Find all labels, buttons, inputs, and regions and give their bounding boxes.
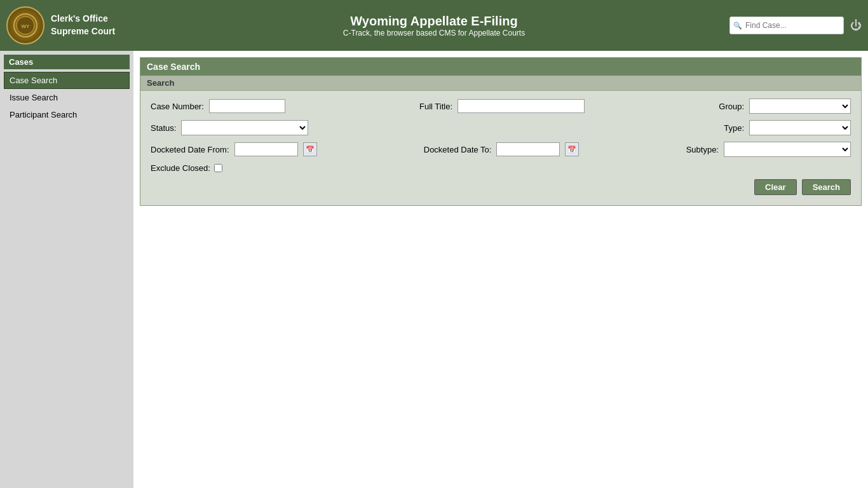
full-title-label: Full Title: [419, 102, 452, 111]
docketed-date-from-input[interactable] [234, 142, 298, 156]
docketed-date-from-calendar[interactable]: 📅 [303, 142, 317, 156]
full-title-input[interactable] [458, 99, 585, 113]
panel-title: Case Search [140, 58, 861, 76]
find-case-wrapper [729, 17, 844, 34]
clear-button[interactable]: Clear [754, 179, 797, 195]
status-select[interactable] [181, 120, 308, 135]
group-label: Group: [719, 102, 744, 111]
power-icon[interactable]: ⏻ [850, 19, 862, 32]
case-search-panel: Case Search Search Case Number: Full Tit… [140, 57, 862, 206]
docketed-date-to-label: Docketed Date To: [424, 145, 492, 154]
form-row-2: Status: Type: [151, 120, 851, 135]
sidebar: Cases Case Search Issue Search Participa… [0, 51, 133, 488]
docketed-date-to-calendar[interactable]: 📅 [565, 142, 579, 156]
sidebar-section-label: Cases [4, 55, 130, 69]
exclude-closed-label: Exclude Closed: [151, 163, 210, 173]
subtype-select[interactable] [724, 142, 851, 157]
exclude-closed-checkbox[interactable] [214, 164, 222, 172]
main-content: Case Search Search Case Number: Full Tit… [133, 51, 868, 488]
layout: Cases Case Search Issue Search Participa… [0, 51, 868, 488]
app-title-block: Wyoming Appellate E-Filing C-Track, the … [343, 14, 525, 37]
sidebar-item-issue-search[interactable]: Issue Search [4, 89, 130, 106]
app-title: Wyoming Appellate E-Filing [343, 14, 525, 29]
case-number-label: Case Number: [151, 102, 204, 111]
form-row-1: Case Number: Full Title: Group: [151, 98, 851, 114]
search-button[interactable]: Search [802, 179, 851, 195]
form-area: Case Number: Full Title: Group: Status: [140, 91, 861, 205]
docketed-date-from-label: Docketed Date From: [151, 145, 229, 154]
header-right: ⏻ [729, 17, 862, 34]
sidebar-item-participant-search[interactable]: Participant Search [4, 106, 130, 123]
header: WY Clerk's Office Supreme Court Wyoming … [0, 0, 868, 51]
case-number-input[interactable] [209, 99, 285, 113]
subtype-label: Subtype: [686, 145, 719, 154]
sidebar-item-case-search[interactable]: Case Search [4, 72, 130, 89]
org-title: Clerk's Office Supreme Court [51, 13, 115, 37]
app-logo: WY [6, 6, 44, 44]
type-label: Type: [724, 123, 744, 133]
status-label: Status: [151, 123, 176, 133]
docketed-date-to-input[interactable] [496, 142, 560, 156]
exclude-closed-row: Exclude Closed: [151, 163, 851, 173]
form-row-3: Docketed Date From: 📅 Docketed Date To: … [151, 142, 851, 157]
svg-text:WY: WY [22, 24, 31, 29]
type-select[interactable] [749, 120, 851, 135]
find-case-input[interactable] [729, 17, 844, 34]
group-select[interactable] [749, 98, 851, 114]
search-subheader: Search [140, 76, 861, 91]
app-subtitle: C-Track, the browser based CMS for Appel… [343, 29, 525, 37]
button-row: Clear Search [151, 179, 851, 195]
